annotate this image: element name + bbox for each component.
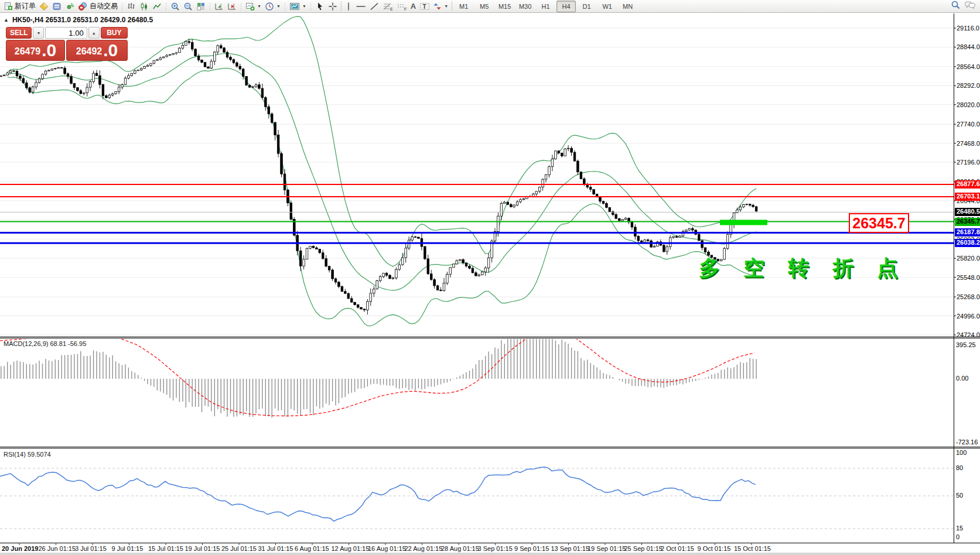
rsi-axis-tick: 15 bbox=[956, 525, 963, 532]
price-axis-tick: 27468.0 bbox=[957, 141, 980, 147]
time-axis-label: 13 Sep 01:15 bbox=[551, 545, 589, 552]
price-axis-tick: 28844.0 bbox=[957, 44, 980, 50]
time-axis-label: 15 Jul 01:15 bbox=[148, 545, 183, 552]
template-icon bbox=[289, 2, 300, 11]
channel-tool-button[interactable]: F bbox=[395, 1, 409, 12]
price-axis-tick: 28564.0 bbox=[957, 64, 980, 70]
time-axis-label: 19 Sep 01:15 bbox=[588, 545, 626, 552]
price-axis-tick: 28292.0 bbox=[957, 83, 980, 89]
tab-timeframe-m5[interactable]: M5 bbox=[474, 1, 494, 12]
new-chart-button[interactable]: ▼ bbox=[244, 1, 263, 12]
toolbar-grip bbox=[240, 2, 243, 11]
tab-timeframe-mn[interactable]: MN bbox=[618, 1, 637, 12]
chevron-down-icon: ▼ bbox=[257, 4, 261, 8]
cursor-tool-button[interactable] bbox=[313, 1, 326, 12]
price-level-badge[interactable]: 26187.8 bbox=[955, 228, 980, 237]
horizontal-line-tool-button[interactable] bbox=[354, 1, 368, 12]
rsi-label: RSI(14) 59.5074 bbox=[4, 451, 51, 458]
main-toolbar: 新订单 自动交易 ▼ ▼ ▼ E F A T ▼ M1M5M15M30H1H4D… bbox=[0, 0, 980, 13]
price-level-badge[interactable]: 26877.6 bbox=[955, 180, 980, 189]
buy-price-display[interactable]: 26492 .0 bbox=[66, 40, 128, 61]
current-price-badge: 26480.5 bbox=[955, 208, 980, 216]
chart-shift-button[interactable] bbox=[213, 1, 226, 12]
buy-button[interactable]: BUY bbox=[101, 27, 128, 39]
templates-button[interactable]: ▼ bbox=[288, 1, 308, 12]
rsi-axis-tick: 80 bbox=[956, 465, 963, 471]
search-icon[interactable] bbox=[951, 0, 961, 12]
time-axis-label: 9 Jul 01:15 bbox=[112, 545, 144, 552]
timeframe-toolbar: M1M5M15M30H1H4D1W1MN bbox=[454, 1, 637, 12]
zoom-out-button[interactable] bbox=[182, 1, 194, 12]
tab-timeframe-m15[interactable]: M15 bbox=[495, 1, 514, 12]
arrows-tool-button[interactable]: ▼ bbox=[432, 1, 450, 12]
sell-button[interactable]: SELL bbox=[6, 27, 32, 39]
auto-scroll-icon bbox=[227, 2, 237, 11]
cn-annotation-text[interactable]: 多空转折点 bbox=[699, 254, 921, 283]
auto-scroll-button[interactable] bbox=[226, 1, 238, 12]
text-tool-button[interactable]: A bbox=[409, 1, 418, 12]
tab-timeframe-d1[interactable]: D1 bbox=[577, 1, 596, 12]
tile-windows-button[interactable] bbox=[194, 1, 207, 12]
market-watch-icon bbox=[39, 2, 49, 11]
toolbar-separator bbox=[341, 1, 342, 11]
auto-trading-icon bbox=[78, 2, 88, 11]
time-axis-label: 3 Sep 01:15 bbox=[478, 545, 513, 552]
time-axis-label: 3 Jul 01:15 bbox=[75, 545, 107, 552]
toolbar-grip bbox=[309, 2, 312, 11]
price-level-badge[interactable]: 26703.1 bbox=[955, 193, 980, 201]
new-chart-icon bbox=[245, 2, 255, 11]
label-tool-icon: T bbox=[419, 2, 430, 11]
signals-button[interactable] bbox=[63, 1, 76, 12]
auto-trading-label: 自动交易 bbox=[90, 1, 118, 11]
price-axis-tick: 27196.0 bbox=[957, 159, 980, 166]
text-tool-icon: A bbox=[411, 2, 416, 11]
crosshair-tool-button[interactable] bbox=[326, 1, 339, 12]
collapse-triangle-icon[interactable]: ▲ bbox=[4, 17, 9, 23]
tab-timeframe-m1[interactable]: M1 bbox=[454, 1, 473, 12]
auto-trading-button[interactable]: 自动交易 bbox=[76, 1, 119, 12]
data-window-button[interactable] bbox=[50, 1, 63, 12]
buy-price-main: 26492 bbox=[76, 44, 103, 59]
volume-decrease-button[interactable]: ▼ bbox=[33, 27, 44, 39]
channel-icon: F bbox=[397, 2, 407, 11]
price-axis-tick: 25820.0 bbox=[957, 255, 980, 262]
price-axis-tick: 29116.0 bbox=[957, 25, 979, 32]
vertical-line-tool-button[interactable] bbox=[343, 1, 354, 12]
line-chart-mode-button[interactable] bbox=[151, 1, 163, 12]
volume-increase-button[interactable]: ▲ bbox=[88, 27, 100, 39]
trendline-icon bbox=[370, 2, 379, 11]
price-axis-tick: 25268.0 bbox=[957, 294, 980, 300]
fibonacci-tool-button[interactable]: E bbox=[381, 1, 395, 12]
tab-timeframe-m30[interactable]: M30 bbox=[515, 1, 535, 12]
price-level-badge[interactable]: 26038.2 bbox=[955, 239, 980, 247]
support-highlight-segment[interactable] bbox=[720, 220, 767, 225]
fibonacci-icon: E bbox=[383, 2, 393, 11]
volume-input[interactable]: 1.00 bbox=[45, 27, 87, 39]
time-axis-label: 20 Jun 2019 bbox=[2, 545, 38, 552]
time-axis-label: 19 Jul 01:15 bbox=[185, 545, 220, 552]
market-watch-button[interactable] bbox=[37, 1, 50, 12]
price-annotation-box[interactable]: 26345.7 bbox=[849, 213, 909, 233]
sell-price-display[interactable]: 26479 .0 bbox=[6, 40, 65, 61]
trendline-tool-button[interactable] bbox=[368, 1, 381, 12]
time-axis-label: 15 Oct 01:15 bbox=[734, 545, 771, 552]
tile-windows-icon bbox=[196, 2, 206, 11]
price-level-lines[interactable] bbox=[0, 184, 954, 243]
price-axis-tick: 24724.0 bbox=[957, 332, 980, 338]
time-axis-label: 9 Oct 01:15 bbox=[698, 545, 731, 552]
period-button[interactable]: ▼ bbox=[263, 1, 282, 12]
label-tool-button[interactable]: T bbox=[418, 1, 432, 12]
zoom-in-button[interactable] bbox=[169, 1, 182, 12]
sell-price-pips: .0 bbox=[42, 42, 56, 59]
tab-timeframe-w1[interactable]: W1 bbox=[597, 1, 617, 12]
tab-timeframe-h1[interactable]: H1 bbox=[536, 1, 555, 12]
candlestick-mode-button[interactable] bbox=[138, 1, 151, 12]
new-order-button[interactable]: 新订单 bbox=[2, 1, 37, 12]
toolbar-grip bbox=[165, 2, 168, 11]
label-letter: T bbox=[423, 3, 426, 9]
chat-icon[interactable] bbox=[964, 0, 976, 12]
zoom-in-icon bbox=[170, 2, 180, 11]
tab-timeframe-h4[interactable]: H4 bbox=[556, 1, 576, 12]
bar-chart-mode-button[interactable] bbox=[125, 1, 138, 12]
price-level-badge[interactable]: 26345.7 bbox=[955, 218, 980, 226]
